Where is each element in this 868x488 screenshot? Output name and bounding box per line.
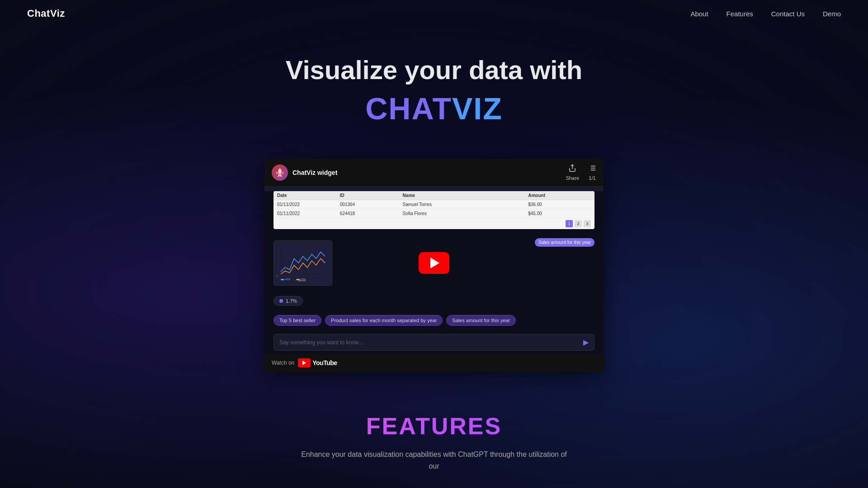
youtube-topbar: ChatViz widget Share [264,159,604,187]
nav-links: About Features Contact Us Demo [690,10,841,18]
page-2-button[interactable]: 2 [575,220,582,227]
youtube-text: YouTube [312,359,337,366]
hero-section: Visualize your data with CHATVIZ [0,27,868,145]
page-3-button[interactable]: 3 [584,220,591,227]
youtube-logo-icon [298,358,311,367]
yt-controls: Share 1/1 [566,164,596,181]
nav-logo[interactable]: ChatViz [27,8,65,19]
chart-preview: 0 Month 2023 2024 [274,240,332,286]
chip-1[interactable]: Product sales for each month separated b… [325,315,443,326]
data-table-preview: Date ID Name Amount 01/11/2022 001364 Sa… [274,191,594,229]
features-subtitle: Enhance your data visualization capabili… [298,449,570,472]
table-row: 01/11/2022 624418 Sofia Flores $45.00 [274,209,594,218]
nav-link-features[interactable]: Features [726,10,753,18]
hero-line2: CHATVIZ [9,90,859,127]
hero-chat-text: CHAT [365,91,452,126]
youtube-embed: ChatViz widget Share [264,159,604,372]
page-1-button[interactable]: 1 [566,220,573,227]
video-content: Date ID Name Amount 01/11/2022 001364 Sa… [264,191,604,354]
send-icon[interactable]: ▶ [583,338,589,347]
share-label: Share [566,175,579,181]
svg-rect-12 [281,279,284,280]
watch-on-label: Watch on [272,360,294,366]
chat-input-placeholder[interactable]: Say something you want to know... [279,339,583,346]
play-button[interactable] [419,252,449,274]
play-icon [430,258,439,268]
response-value: 1.7% [286,298,297,304]
hero-line1: Visualize your data with [9,54,859,86]
features-title: FEATURES [9,413,859,440]
response-bubble: 1.7% [274,296,303,306]
queue-icon [588,164,596,174]
table-header: Date ID Name Amount [274,191,594,200]
svg-text:2023: 2023 [285,278,290,281]
chip-0[interactable]: Top 5 best seller [274,315,321,326]
nav-link-contact[interactable]: Contact Us [771,10,805,18]
svg-text:0: 0 [276,276,278,278]
nav-link-about[interactable]: About [690,10,708,18]
youtube-play-icon [302,361,306,365]
svg-text:2024: 2024 [301,278,306,281]
chip-2[interactable]: Sales amount for this year [446,315,516,326]
channel-avatar [272,164,288,181]
youtube-bottombar: Watch on YouTube [264,354,604,372]
features-section: FEATURES Enhance your data visualization… [0,385,868,485]
youtube-logo[interactable]: YouTube [298,358,337,367]
queue-label: 1/1 [589,175,595,181]
sales-badge: Sales amount for this year [535,238,594,247]
svg-rect-14 [296,279,300,280]
share-icon [568,164,576,174]
chart-section: 0 Month 2023 2024 Sales amount for [264,234,604,292]
video-container: ChatViz widget Share [264,159,604,372]
response-dot [279,299,283,303]
channel-info: ChatViz widget [272,164,337,181]
channel-name: ChatViz widget [292,169,337,176]
table-pagination: 1 2 3 [274,218,594,229]
queue-button[interactable]: 1/1 [588,164,596,181]
share-button[interactable]: Share [566,164,579,181]
table-row: 01/11/2022 001364 Samuel Torres $36.00 [274,200,594,209]
hero-viz-text: VIZ [452,91,503,126]
nav-link-demo[interactable]: Demo [823,10,841,18]
navigation: ChatViz About Features Contact Us Demo [0,0,868,27]
chat-input-bar: Say something you want to know... ▶ [274,334,594,351]
suggestion-chips: Top 5 best seller Product sales for each… [264,292,604,330]
